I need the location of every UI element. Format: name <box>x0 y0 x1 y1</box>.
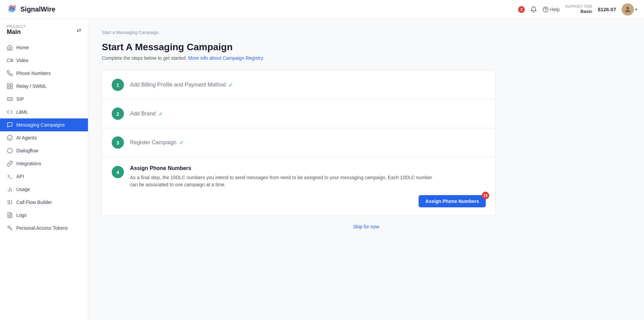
callflow-icon <box>7 199 13 205</box>
step-3-title: Register Campaign ✓ <box>130 139 486 146</box>
svg-rect-10 <box>7 87 10 89</box>
step-4-description: As a final step, the 10DLC numbers you i… <box>130 174 436 188</box>
logo-text: SignalWire <box>20 5 55 13</box>
code-icon <box>7 109 13 115</box>
step-1-label: Add Billing Profile and Payment Method <box>130 82 226 88</box>
switch-project-icon[interactable]: ⇄ <box>77 27 81 33</box>
sidebar-item-phone-numbers[interactable]: Phone Numbers <box>0 67 88 80</box>
sidebar-item-video-label: Video <box>16 58 29 63</box>
message-icon <box>7 122 13 128</box>
support-tier: SUPPORT TIER Basic <box>565 4 592 15</box>
sidebar: Project Main ⇄ Home Video <box>0 19 88 320</box>
step-4-label: Assign Phone Numbers <box>130 165 191 171</box>
sidebar-item-api-label: API <box>16 174 24 179</box>
sidebar-item-logs[interactable]: Logs <box>0 209 88 222</box>
avatar[interactable] <box>622 3 634 16</box>
avatar-caret-icon[interactable]: ▾ <box>635 7 637 12</box>
sidebar-item-messaging-campaigns-label: Messaging Campaigns <box>16 122 65 128</box>
signalwire-logo-icon <box>7 4 18 15</box>
svg-point-5 <box>626 7 629 10</box>
step-2-circle: 2 <box>112 108 124 120</box>
phone-icon <box>7 70 13 76</box>
sidebar-item-sip[interactable]: SIP <box>0 93 88 106</box>
sidebar-item-relay-swml[interactable]: Relay / SWML <box>0 80 88 93</box>
bell-icon <box>530 6 537 13</box>
step-3-number: 3 <box>116 140 119 146</box>
step-1-circle: 1 <box>112 79 124 91</box>
sidebar-item-api[interactable]: API <box>0 170 88 183</box>
subtitle-prefix: Complete the steps below to get started. <box>102 55 187 61</box>
campaign-registry-link[interactable]: More info about Campaign Registry. <box>188 55 264 61</box>
user-avatar-icon <box>624 5 632 14</box>
sidebar-item-call-flow-builder[interactable]: Call Flow Builder <box>0 196 88 209</box>
bell-icon-wrap[interactable] <box>530 6 537 13</box>
home-icon <box>7 44 13 51</box>
step-4-number: 4 <box>116 169 119 175</box>
project-label: Project <box>7 24 25 29</box>
sidebar-item-dialogflow[interactable]: Dialogflow <box>0 144 88 157</box>
step-2-row: 2 Add Brand ✓ <box>102 99 495 128</box>
assign-btn-label: Assign Phone Numbers <box>425 199 479 204</box>
steps-container: 1 Add Billing Profile and Payment Method… <box>102 70 496 216</box>
sidebar-item-home[interactable]: Home <box>0 41 88 54</box>
help-icon <box>542 6 549 13</box>
assign-phone-numbers-button[interactable]: Assign Phone Numbers 14 <box>419 195 486 207</box>
usage-icon <box>7 186 13 192</box>
dialogflow-icon <box>7 148 13 154</box>
svg-rect-8 <box>7 84 10 86</box>
sidebar-item-ai-agents[interactable]: AI Agents <box>0 131 88 144</box>
step-1-check-icon: ✓ <box>228 82 233 88</box>
sidebar-item-integrations[interactable]: Integrations <box>0 157 88 170</box>
step-3-label: Register Campaign <box>130 139 177 146</box>
project-name: Main <box>7 29 25 36</box>
sidebar-item-phone-numbers-label: Phone Numbers <box>16 71 51 76</box>
step-4-action: Assign Phone Numbers 14 <box>130 195 486 207</box>
sip-icon <box>7 96 13 102</box>
sidebar-item-relay-swml-label: Relay / SWML <box>16 83 47 89</box>
logs-icon <box>7 212 13 218</box>
main-content: Start a Messaging Campaign Start A Messa… <box>88 19 644 320</box>
sidebar-item-usage[interactable]: Usage <box>0 183 88 196</box>
assign-btn-badge: 14 <box>482 192 489 199</box>
step-4-row: 4 Assign Phone Numbers As a final step, … <box>102 157 495 215</box>
step-4-circle: 4 <box>112 166 124 178</box>
step-2-number: 2 <box>116 111 119 117</box>
topnav: SignalWire 3 Help SUPPORT TIER Basic $12… <box>0 0 644 19</box>
step-2-check-icon: ✓ <box>159 111 163 117</box>
notification-count: 3 <box>518 6 525 13</box>
balance: $126.07 <box>598 6 616 12</box>
svg-point-14 <box>7 135 13 140</box>
ai-icon <box>7 135 13 141</box>
sidebar-item-dialogflow-label: Dialogflow <box>16 148 38 153</box>
help-button[interactable]: Help <box>542 6 560 13</box>
notification-badge[interactable]: 3 <box>518 6 525 13</box>
step-3-check-icon: ✓ <box>179 139 184 146</box>
sidebar-item-ai-agents-label: AI Agents <box>16 135 37 140</box>
relay-icon <box>7 83 13 89</box>
project-header: Project Main ⇄ <box>0 19 88 38</box>
skip-for-now-link[interactable]: Skip for now <box>102 224 630 229</box>
api-icon <box>7 173 13 180</box>
sidebar-item-sip-label: SIP <box>16 96 24 102</box>
svg-rect-11 <box>11 87 13 89</box>
sidebar-item-messaging-campaigns[interactable]: Messaging Campaigns <box>0 118 88 131</box>
step-4-content: Assign Phone Numbers As a final step, th… <box>130 165 486 207</box>
step-2-content: Add Brand ✓ <box>130 111 486 117</box>
token-icon <box>7 225 13 231</box>
step-3-circle: 3 <box>112 136 124 149</box>
topnav-right: 3 Help SUPPORT TIER Basic $126.07 <box>518 3 637 16</box>
sidebar-item-video[interactable]: Video <box>0 54 88 67</box>
sidebar-item-laml[interactable]: LāML <box>0 106 88 118</box>
breadcrumb: Start a Messaging Campaign <box>102 30 630 35</box>
step-3-content: Register Campaign ✓ <box>130 139 486 146</box>
page-title: Start A Messaging Campaign <box>102 42 630 53</box>
sidebar-item-usage-label: Usage <box>16 187 30 192</box>
sidebar-item-personal-access-tokens[interactable]: Personal Access Tokens <box>0 222 88 234</box>
sidebar-item-home-label: Home <box>16 45 29 50</box>
sidebar-item-personal-access-tokens-label: Personal Access Tokens <box>16 225 68 231</box>
step-3-row: 3 Register Campaign ✓ <box>102 128 495 157</box>
step-2-title: Add Brand ✓ <box>130 111 486 117</box>
step-1-title: Add Billing Profile and Payment Method ✓ <box>130 82 486 88</box>
step-1-row: 1 Add Billing Profile and Payment Method… <box>102 71 495 99</box>
integrations-icon <box>7 161 13 167</box>
